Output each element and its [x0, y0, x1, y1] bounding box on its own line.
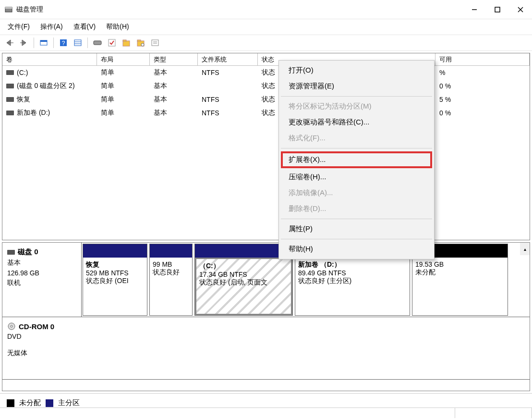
- maximize-button[interactable]: [486, 0, 509, 19]
- refresh-button[interactable]: [38, 37, 49, 49]
- disk-icon: [93, 39, 102, 46]
- vol-fs: NTFS: [198, 108, 258, 118]
- legend-primary-color: [46, 399, 53, 407]
- back-button[interactable]: [4, 37, 15, 49]
- drive-icon: [6, 70, 14, 75]
- partition-size: 17.34 GB NTFS: [199, 271, 288, 278]
- vol-name: 恢复: [2, 94, 97, 105]
- partition-header: [195, 244, 292, 258]
- volume-row[interactable]: 恢复简单基本NTFS状态5 %: [2, 93, 530, 106]
- action4-button[interactable]: [149, 37, 161, 49]
- cm-add-mirror: 添加镜像(A)...: [280, 185, 433, 201]
- svg-rect-16: [123, 40, 126, 41]
- disk-0-size: 126.98 GB: [7, 269, 76, 277]
- drive-icon: [6, 111, 14, 115]
- settings-button[interactable]: [72, 37, 84, 49]
- drive-icon: [6, 84, 14, 88]
- action1-button[interactable]: [106, 37, 118, 49]
- vol-type: 基本: [150, 67, 198, 78]
- vol-layout: 简单: [97, 108, 150, 118]
- col-layout[interactable]: 布局: [97, 53, 150, 65]
- cm-format: 格式化(F)...: [280, 130, 433, 146]
- volume-row[interactable]: 新加卷 (D:)简单基本NTFS状态0 %: [2, 106, 530, 120]
- partition-status: 状态良好 (主分区): [298, 277, 407, 285]
- menu-file[interactable]: 文件(F): [4, 21, 34, 33]
- partition-name: （C:）: [199, 262, 288, 271]
- cm-explorer[interactable]: 资源管理器(E): [280, 78, 433, 94]
- partition-body: 恢复529 MB NTFS状态良好 (OEI: [83, 258, 147, 315]
- partition-body: 新加卷 （D:）89.49 GB NTFS状态良好 (主分区): [295, 258, 410, 315]
- action3-button[interactable]: [135, 37, 146, 49]
- vol-type: 基本: [150, 81, 198, 91]
- vol-layout: 简单: [97, 94, 150, 105]
- partition[interactable]: 99 MB状态良好: [149, 244, 193, 316]
- partition[interactable]: 恢复529 MB NTFS状态良好 (OEI: [83, 244, 147, 316]
- cm-help[interactable]: 帮助(H): [280, 241, 433, 257]
- vol-name: (磁盘 0 磁盘分区 2): [2, 81, 97, 91]
- close-button[interactable]: [509, 0, 532, 19]
- back-icon: [5, 39, 14, 47]
- menu-view[interactable]: 查看(V): [70, 21, 100, 33]
- cm-properties[interactable]: 属性(P): [280, 221, 433, 237]
- minimize-button[interactable]: [463, 0, 486, 19]
- partition-size: 99 MB: [153, 260, 189, 268]
- volume-rows: (C:)简单基本NTFS状态%(磁盘 0 磁盘分区 2)简单基本状态0 %恢复简…: [2, 66, 530, 120]
- window-controls: [463, 0, 532, 19]
- vol-name: 新加卷 (D:): [2, 108, 97, 118]
- toolbar-separator: [34, 37, 34, 48]
- vol-avail: %: [435, 68, 530, 77]
- col-avail[interactable]: 可用: [435, 53, 530, 65]
- cm-open[interactable]: 打开(O): [280, 62, 433, 78]
- partition-body: 99 MB状态良好: [150, 258, 192, 315]
- partition-header: [83, 244, 147, 258]
- cm-separator: [281, 239, 432, 239]
- vol-avail: 5 %: [435, 95, 530, 104]
- col-volume[interactable]: 卷: [2, 53, 97, 65]
- cdrom-label[interactable]: CD-ROM 0 DVD 无媒体: [2, 317, 82, 379]
- toolbar-separator: [87, 37, 88, 48]
- menu-action[interactable]: 操作(A): [36, 21, 67, 33]
- menu-help[interactable]: 帮助(H): [102, 21, 133, 33]
- partition-size: 529 MB NTFS: [86, 269, 144, 277]
- vol-type: 基本: [150, 108, 198, 118]
- partition-body: （C:）17.34 GB NTFS状态良好 (启动, 页面文: [195, 258, 292, 315]
- partition-size: 89.49 GB NTFS: [298, 269, 407, 277]
- legend-primary-label: 主分区: [58, 398, 80, 408]
- cm-change-letter[interactable]: 更改驱动器号和路径(C)...: [280, 114, 433, 130]
- legend-unalloc-color: [7, 399, 14, 407]
- vol-avail: 0 %: [435, 81, 530, 91]
- forward-button[interactable]: [18, 37, 30, 49]
- cdrom-icon: [7, 322, 16, 331]
- vol-avail: 0 %: [435, 108, 530, 118]
- vol-fs: NTFS: [198, 95, 258, 104]
- svg-rect-10: [74, 40, 81, 46]
- disk-0-label[interactable]: 磁盘 0 基本 126.98 GB 联机: [2, 243, 82, 317]
- menubar: 文件(F) 操作(A) 查看(V) 帮助(H): [0, 19, 532, 35]
- col-fs[interactable]: 文件系统: [198, 53, 258, 65]
- minimize-icon: [472, 7, 477, 12]
- app-icon: [5, 6, 12, 13]
- svg-rect-13: [94, 41, 101, 45]
- context-menu: 打开(O) 资源管理器(E) 将分区标记为活动分区(M) 更改驱动器号和路径(C…: [278, 60, 435, 259]
- disk-button[interactable]: [92, 37, 103, 49]
- cm-extend[interactable]: 扩展卷(X)...: [280, 150, 433, 169]
- vol-layout: 简单: [97, 81, 150, 91]
- svg-rect-20: [152, 40, 158, 46]
- svg-rect-7: [40, 40, 47, 42]
- svg-text:?: ?: [62, 40, 65, 47]
- folder1-icon: [122, 38, 131, 47]
- vol-type: 基本: [150, 94, 198, 105]
- cm-shrink[interactable]: 压缩卷(H)...: [280, 169, 433, 185]
- disk-icon: [7, 250, 15, 255]
- list-icon: [73, 38, 82, 47]
- help-button[interactable]: ?: [58, 37, 69, 49]
- legend-unalloc-label: 未分配: [19, 398, 41, 408]
- volume-row[interactable]: (磁盘 0 磁盘分区 2)简单基本状态0 %: [2, 79, 530, 93]
- volume-row[interactable]: (C:)简单基本NTFS状态%: [2, 66, 530, 79]
- close-icon: [517, 6, 524, 13]
- partition-status: 未分配: [415, 268, 505, 277]
- toolbar: ?: [0, 35, 532, 51]
- action2-button[interactable]: [121, 37, 132, 49]
- col-type[interactable]: 类型: [150, 53, 198, 65]
- partition-status: 状态良好 (OEI: [86, 277, 144, 285]
